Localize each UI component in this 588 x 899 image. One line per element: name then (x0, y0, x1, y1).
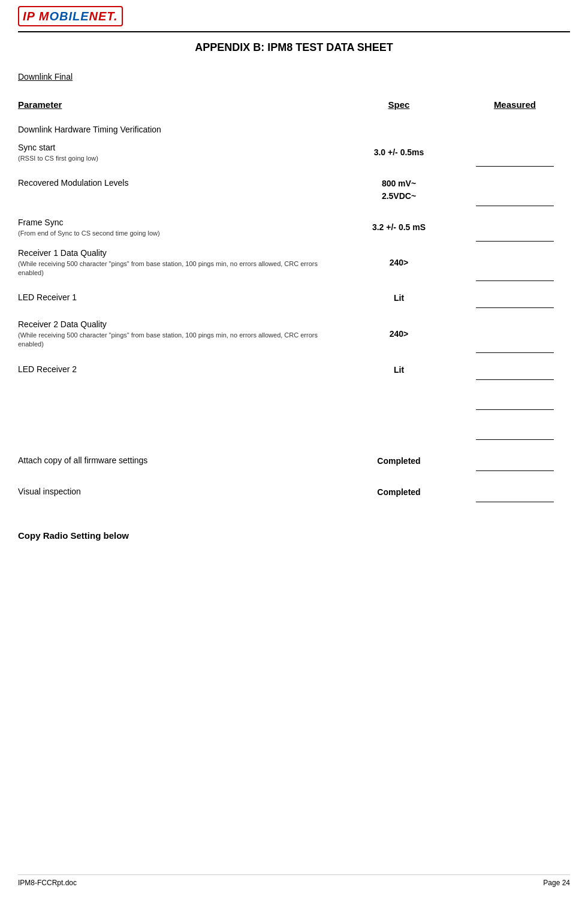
page-header: IP MOBILENET. (18, 0, 570, 32)
spec-sync-start: 3.0 +/- 0.5ms (338, 137, 460, 168)
table-row: Visual inspection Completed (18, 481, 570, 503)
subsection-row-timing: Downlink Hardware Timing Verification (18, 119, 570, 137)
param-sync-start: Sync start (RSSI to CS first going low) (18, 137, 338, 168)
measured-line (476, 296, 554, 308)
spec-recovered-mod: 800 mV~2.5VDC~ (338, 173, 460, 207)
measured-line (476, 341, 554, 353)
measured-line (476, 459, 554, 471)
spacer-row (18, 503, 570, 518)
table-row: Receiver 1 Data Quality (While receiving… (18, 243, 570, 282)
logo-badge: IP MOBILENET. (18, 6, 123, 26)
spec-receiver2-quality: 240> (338, 314, 460, 354)
measured-line (476, 428, 554, 440)
footer-left: IPM8-FCCRpt.doc (18, 879, 77, 887)
param-led-receiver2: LED Receiver 2 (18, 359, 338, 381)
measured-line (476, 269, 554, 281)
measured-line (476, 194, 554, 206)
spacer-row (18, 411, 570, 423)
measured-led-receiver2 (460, 359, 570, 381)
spacer-row (18, 381, 570, 393)
table-row: Receiver 2 Data Quality (While receiving… (18, 314, 570, 354)
page-footer: IPM8-FCCRpt.doc Page 24 (18, 874, 570, 887)
spec-receiver1-quality: 240> (338, 243, 460, 282)
copy-radio-section: Copy Radio Setting below (18, 530, 570, 541)
table-row: Recovered Modulation Levels 800 mV~2.5VD… (18, 173, 570, 207)
page-title: APPENDIX B: IPM8 TEST DATA SHEET (18, 41, 570, 54)
spec-led-receiver2: Lit (338, 359, 460, 381)
measured-led-receiver1 (460, 287, 570, 309)
param-visual: Visual inspection (18, 481, 338, 503)
table-row (18, 423, 570, 441)
header-measured: Measured (460, 93, 570, 119)
spec-led-receiver1: Lit (338, 287, 460, 309)
header-parameter: Parameter (18, 93, 338, 119)
page-title-section: APPENDIX B: IPM8 TEST DATA SHEET (18, 32, 570, 60)
measured-sync-start (460, 137, 570, 168)
measured-receiver2-quality (460, 314, 570, 354)
spacer-row (18, 168, 570, 173)
copy-radio-label: Copy Radio Setting below (18, 530, 129, 541)
logo-text: IP MOBILENET. (23, 8, 118, 24)
spacer-row (18, 354, 570, 359)
page-container: IP MOBILENET. APPENDIX B: IPM8 TEST DATA… (0, 0, 588, 899)
section-title: Downlink Final (18, 72, 570, 82)
logo-mobile: M (39, 10, 50, 23)
table-row: Attach copy of all firmware settings Com… (18, 450, 570, 472)
param-receiver1-quality: Receiver 1 Data Quality (While receiving… (18, 243, 338, 282)
measured-receiver1-quality (460, 243, 570, 282)
measured-frame-sync (460, 212, 570, 243)
measured-blank1 (460, 393, 570, 411)
spec-blank1 (338, 393, 460, 411)
spacer-row (18, 282, 570, 287)
spec-blank2 (338, 423, 460, 441)
spacer-row (18, 472, 570, 481)
param-recovered-mod: Recovered Modulation Levels (18, 173, 338, 207)
param-firmware: Attach copy of all firmware settings (18, 450, 338, 472)
spec-frame-sync: 3.2 +/- 0.5 mS (338, 212, 460, 243)
spacer-row (18, 309, 570, 314)
header-spec: Spec (338, 93, 460, 119)
table-row: Sync start (RSSI to CS first going low) … (18, 137, 570, 168)
param-frame-sync: Frame Sync (From end of Sync to CS secon… (18, 212, 338, 243)
data-table: Parameter Spec Measured Downlink Hardwar… (18, 93, 570, 518)
measured-line (476, 398, 554, 410)
measured-line (476, 155, 554, 167)
measured-line (476, 230, 554, 242)
param-blank2 (18, 423, 338, 441)
measured-line (476, 490, 554, 502)
spec-firmware: Completed (338, 450, 460, 472)
measured-firmware (460, 450, 570, 472)
measured-recovered-mod (460, 173, 570, 207)
table-row: LED Receiver 1 Lit (18, 287, 570, 309)
spacer-row (18, 441, 570, 450)
table-row: Frame Sync (From end of Sync to CS secon… (18, 212, 570, 243)
spec-visual: Completed (338, 481, 460, 503)
table-row (18, 393, 570, 411)
param-receiver2-quality: Receiver 2 Data Quality (While receiving… (18, 314, 338, 354)
param-led-receiver1: LED Receiver 1 (18, 287, 338, 309)
table-header-row: Parameter Spec Measured (18, 93, 570, 119)
logo-ip: IP (23, 10, 39, 23)
measured-line (476, 368, 554, 380)
table-row: LED Receiver 2 Lit (18, 359, 570, 381)
footer-right: Page 24 (543, 879, 570, 887)
logo-net: NET. (89, 10, 118, 23)
subsection-label-timing: Downlink Hardware Timing Verification (18, 119, 570, 137)
spacer-row (18, 207, 570, 212)
measured-visual (460, 481, 570, 503)
param-blank1 (18, 393, 338, 411)
logo-container: IP MOBILENET. (18, 6, 123, 26)
logo-obile: OBILE (49, 10, 89, 23)
measured-blank2 (460, 423, 570, 441)
